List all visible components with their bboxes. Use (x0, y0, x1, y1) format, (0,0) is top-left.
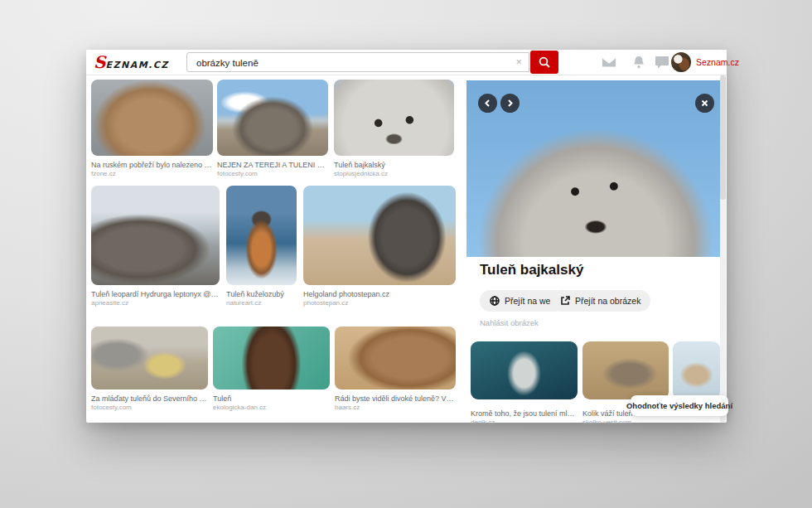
notifications-button[interactable] (631, 56, 646, 69)
related-image-2[interactable] (582, 341, 669, 399)
close-icon (701, 99, 708, 107)
clear-search-icon[interactable]: × (515, 56, 522, 69)
result-caption[interactable]: Za mláďaty tuleňů do Severního moře - ..… (91, 394, 208, 404)
result-caption[interactable]: Tuleň bajkalský (334, 161, 454, 170)
seznam-logo-rest: EZNAM.CZ (105, 60, 168, 70)
image-result-8[interactable]: Tuleň ekologicka-dan.cz (213, 327, 330, 412)
result-domain: ekologicka-dan.cz (213, 404, 330, 412)
related-domain: skolko-vesit.com (582, 418, 669, 427)
result-photo[interactable] (303, 186, 456, 285)
image-result-2[interactable]: NEJEN ZA TEREJI A TULENI NA OST... fotoc… (217, 80, 328, 178)
result-domain: stoplusjednicka.cz (334, 170, 454, 178)
image-result-1[interactable]: Na ruském pobřeží bylo nalezeno 2 500 mr… (91, 80, 213, 178)
seznam-logo-s: S (94, 52, 105, 72)
image-result-7[interactable]: Za mláďaty tuleňů do Severního moře - ..… (91, 327, 208, 412)
panel-scrollbar[interactable] (720, 75, 726, 423)
image-result-6[interactable]: Helgoland photostepan.cz photostepan.cz (303, 186, 456, 307)
globe-icon (490, 296, 500, 306)
chevron-right-icon (506, 99, 514, 107)
result-domain: photostepan.cz (303, 299, 456, 307)
result-photo[interactable] (226, 186, 297, 285)
search-icon (539, 56, 550, 68)
result-domain: fzone.cz (91, 170, 213, 178)
report-image-link[interactable]: Nahlásit obrázek (480, 318, 539, 327)
result-domain: fotocesty.com (217, 170, 328, 178)
mail-icon (602, 56, 616, 69)
go-to-image-label: Přejít na obrázek (575, 296, 640, 306)
external-link-icon (560, 296, 570, 306)
go-to-image-button[interactable]: Přejít na obrázek (550, 290, 650, 312)
chat-bubble-icon (655, 56, 669, 69)
related-image-3[interactable] (673, 341, 720, 399)
panel-title: Tuleň bajkalský (480, 262, 583, 278)
chat-button[interactable] (655, 56, 669, 69)
close-preview-button[interactable] (695, 94, 714, 113)
image-result-9[interactable]: Rádi byste viděli divoké tuleně? V Holan… (335, 327, 456, 412)
result-caption[interactable]: Helgoland photostepan.cz (303, 290, 456, 299)
result-domain: fotocesty.com (91, 404, 208, 412)
result-caption[interactable]: Rádi byste viděli divoké tuleně? V Holan… (335, 394, 456, 404)
result-domain: natureart.cz (226, 299, 297, 307)
chevron-left-icon (484, 99, 491, 107)
result-caption[interactable]: Tuleň (213, 394, 330, 404)
result-caption[interactable]: Tuleň leopardí Hydrurga leptonyx @ Antar… (91, 290, 220, 299)
top-bar: SEZNAM.CZ × Seznam.cz (86, 50, 727, 75)
result-photo[interactable] (335, 327, 456, 389)
search-input[interactable] (195, 54, 505, 72)
prev-image-button[interactable] (478, 94, 497, 113)
related-caption-text[interactable]: Kromě toho, že jsou tulení mláďata r... (471, 409, 578, 418)
result-domain: baars.cz (335, 404, 456, 412)
image-result-3[interactable]: Tuleň bajkalský stoplusjednicka.cz (334, 80, 454, 178)
seznam-logo[interactable]: SEZNAM.CZ (94, 53, 169, 71)
result-photo[interactable] (91, 327, 208, 389)
rating-tooltip: Ohodnoťte výsledky hledání (631, 395, 728, 416)
scrollbar-thumb[interactable] (720, 75, 726, 200)
app-window: SEZNAM.CZ × Seznam.cz (86, 50, 727, 423)
image-result-5[interactable]: Tuleň kuželozubý natureart.cz (226, 186, 297, 307)
related-caption-1[interactable]: Kromě toho, že jsou tulení mláďata r... … (471, 404, 578, 427)
related-domain: denik.cz (471, 418, 578, 427)
mail-button[interactable] (602, 56, 616, 69)
result-caption[interactable]: NEJEN ZA TEREJI A TULENI NA OST... (217, 161, 328, 170)
result-domain: apneasite.cz (91, 299, 220, 307)
search-box: × (186, 52, 529, 72)
result-photo[interactable] (213, 327, 330, 389)
result-photo[interactable] (91, 186, 220, 285)
result-photo[interactable] (91, 80, 213, 156)
go-to-web-label: Přejít na web (505, 296, 555, 306)
search-button[interactable] (530, 51, 558, 74)
related-image-1[interactable] (471, 341, 578, 399)
result-caption[interactable]: Tuleň kuželozubý (226, 290, 297, 299)
image-result-4[interactable]: Tuleň leopardí Hydrurga leptonyx @ Antar… (91, 186, 220, 307)
page-background: SEZNAM.CZ × Seznam.cz (0, 0, 812, 508)
account-link[interactable]: Seznam.cz (696, 57, 739, 67)
result-caption[interactable]: Na ruském pobřeží bylo nalezeno 2 500 mr… (91, 161, 213, 170)
next-image-button[interactable] (500, 94, 520, 113)
user-avatar[interactable] (671, 52, 691, 72)
bell-icon (631, 56, 646, 69)
result-photo[interactable] (217, 80, 328, 156)
result-photo[interactable] (334, 80, 454, 156)
